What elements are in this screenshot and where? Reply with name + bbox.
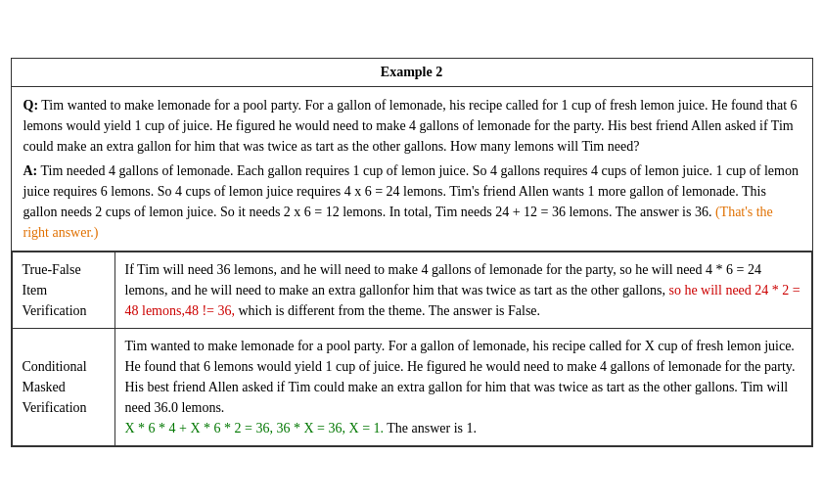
main-container: Example 2 Q: Tim wanted to make lemonade… (11, 58, 813, 447)
true-false-content: If Tim will need 36 lemons, and he will … (114, 252, 811, 328)
conditional-masked-row: Conditional Masked Verification Tim want… (12, 328, 811, 445)
conditional-masked-label: Conditional Masked Verification (12, 328, 114, 445)
question-paragraph: Q: Tim wanted to make lemonade for a poo… (23, 95, 800, 157)
conditional-masked-content: Tim wanted to make lemonade for a pool p… (114, 328, 811, 445)
example-title: Example 2 (12, 59, 812, 87)
conditional-masked-before: Tim wanted to make lemonade for a pool p… (125, 339, 796, 415)
qa-section: Q: Tim wanted to make lemonade for a poo… (12, 87, 812, 252)
question-text: Tim wanted to make lemonade for a pool p… (23, 98, 798, 154)
true-false-label: True-False Item Verification (12, 252, 114, 328)
answer-label: A: (23, 163, 38, 178)
conditional-masked-green: X * 6 * 4 + X * 6 * 2 = 36, 36 * X = 36,… (125, 421, 385, 435)
title-text: Example 2 (381, 65, 442, 79)
true-false-before: If Tim will need 36 lemons, and he will … (125, 262, 761, 298)
answer-paragraph: A: Tim needed 4 gallons of lemonade. Eac… (23, 160, 800, 243)
question-label: Q: (23, 98, 39, 113)
true-false-after: which is different from the theme. The a… (235, 303, 540, 318)
conditional-masked-after: The answer is 1. (384, 421, 477, 435)
true-false-row: True-False Item Verification If Tim will… (12, 252, 811, 328)
answer-text-before: Tim needed 4 gallons of lemonade. Each g… (23, 163, 799, 219)
verification-table: True-False Item Verification If Tim will… (12, 252, 812, 446)
